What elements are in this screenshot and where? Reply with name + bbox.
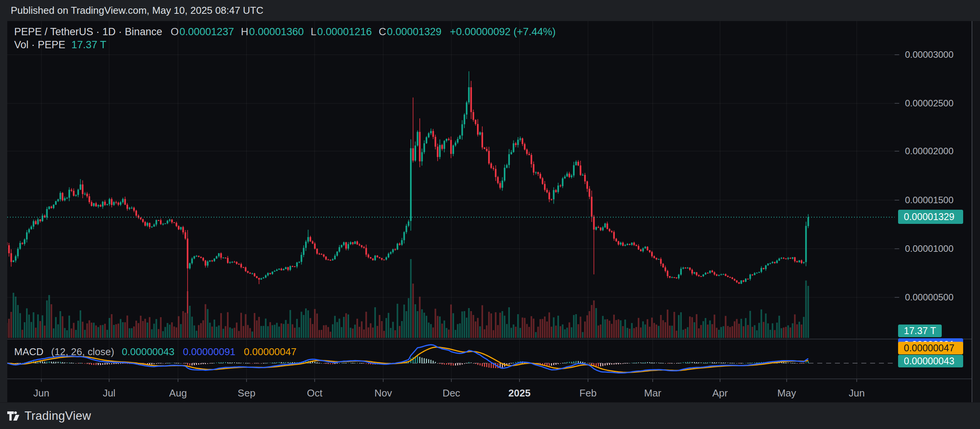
time-axis-label: Apr [712,387,728,399]
chart-canvas[interactable] [0,0,980,429]
time-axis-label: Jul [103,387,115,399]
macd-params: (12, 26, close) [51,346,114,358]
price-axis-label: 0.00001000 [905,243,954,254]
time-axis-label: Dec [443,387,460,399]
tradingview-logo-icon[interactable] [7,411,23,421]
symbol-legend: PEPE / TetherUS · 1D · Binance O0.000012… [14,26,556,38]
time-axis-label: Sep [238,387,255,399]
macd-title[interactable]: MACD [14,346,44,358]
volume-legend-value: 17.37 T [72,39,106,51]
ohlc-item: O0.00001237 [171,26,234,38]
time-axis-label: Jun [33,387,49,399]
brand-name[interactable]: TradingView [24,403,91,429]
macd-hist-badge: 0.00000043 [898,355,963,367]
ohlc-item: L0.00001216 [311,26,372,38]
time-axis-label: Mar [644,387,662,399]
volume-legend-label: Vol · PEPE [14,39,65,51]
header-bar: Published on TradingView.com, May 10, 20… [0,0,980,21]
price-badge: 0.00001329 [898,210,963,224]
macd-value: 0.00000091 [183,346,235,358]
time-axis-label: Nov [374,387,392,399]
change-value: +0.00000092 (+7.44%) [450,26,555,38]
price-axis-label: 0.00002500 [905,98,954,109]
time-axis-label: 2025 [508,387,531,399]
price-axis-label: 0.00001500 [905,195,954,206]
ohlc-item: C0.00001329 [379,26,441,38]
symbol-title[interactable]: PEPE / TetherUS · 1D · Binance [14,26,162,38]
time-axis-label: Jun [849,387,865,399]
time-axis-label: Oct [307,387,322,399]
tradingview-published-chart: Published on TradingView.com, May 10, 20… [0,0,980,429]
time-axis-label: May [777,387,796,399]
macd-value: 0.00000047 [244,346,296,358]
macd-value: 0.00000043 [122,346,174,358]
ohlc-item: H0.00001360 [241,26,304,38]
published-line: Published on TradingView.com, May 10, 20… [11,0,263,21]
macd-values: 0.000000430.000000910.00000047 [122,346,296,358]
time-axis-label: Aug [169,387,187,399]
price-axis-label: 0.00003000 [905,49,954,60]
time-axis-label: Feb [580,387,597,399]
macd-signal-badge: 0.00000047 [898,342,963,354]
footer-bar: TradingView [0,402,980,429]
macd-legend: MACD (12, 26, close) 0.000000430.0000009… [14,346,296,358]
volume-badge: 17.37 T [898,325,942,337]
price-axis-label: 0.00002000 [905,146,954,157]
volume-legend: Vol · PEPE 17.37 T [14,39,106,51]
ohlc-values: O0.00001237H0.00001360L0.00001216C0.0000… [171,26,442,38]
price-axis-label: 0.00000500 [905,292,954,303]
